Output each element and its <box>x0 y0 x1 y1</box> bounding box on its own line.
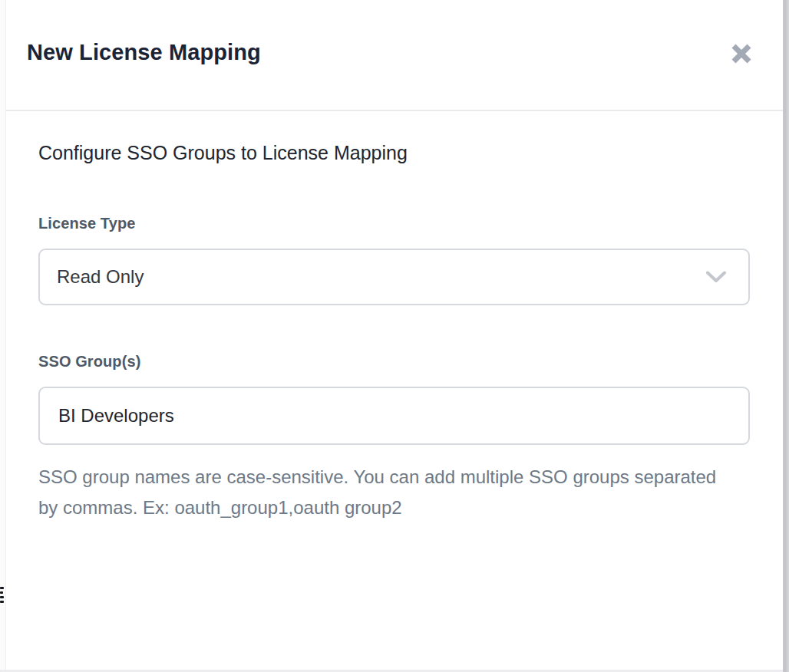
close-icon <box>730 42 753 65</box>
sso-groups-help-text: SSO group names are case-sensitive. You … <box>38 462 721 523</box>
chevron-down-icon <box>705 271 727 283</box>
license-type-select[interactable]: Read Only <box>38 249 750 305</box>
close-button[interactable] <box>725 37 758 71</box>
sso-groups-input[interactable] <box>38 387 750 445</box>
sso-groups-label: SSO Group(s) <box>38 353 140 371</box>
modal-right-edge-shadow <box>783 0 789 672</box>
background-content-fragment <box>0 587 5 605</box>
modal-description: Configure SSO Groups to License Mapping <box>38 142 408 164</box>
license-type-label: License Type <box>38 215 135 232</box>
page-edge-left <box>0 0 6 672</box>
modal-title: New License Mapping <box>27 40 261 65</box>
screen: New License Mapping Configure SSO Groups… <box>0 0 789 672</box>
license-type-selected-value: Read Only <box>57 266 144 288</box>
new-license-mapping-modal: New License Mapping Configure SSO Groups… <box>6 0 783 672</box>
modal-header: New License Mapping <box>6 0 783 111</box>
